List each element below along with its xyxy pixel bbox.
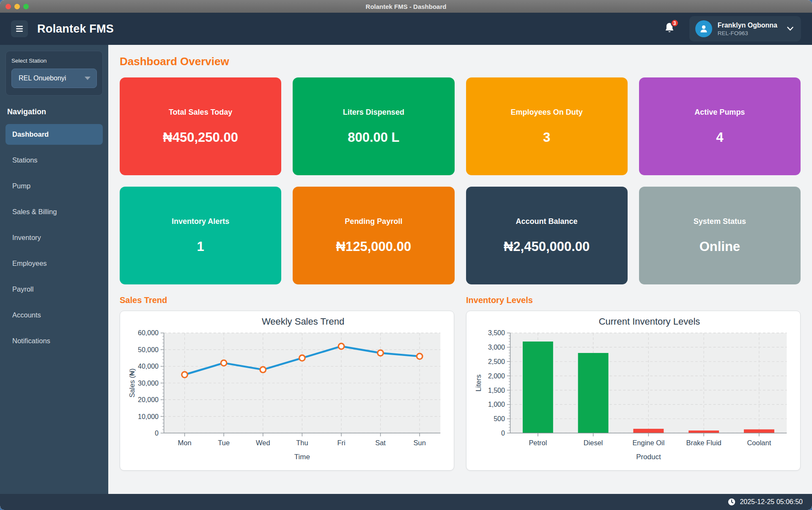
stat-card-value: ₦2,450,000.00 [504,239,590,254]
svg-text:Sales (₦): Sales (₦) [128,369,136,398]
stat-card-title: Account Balance [516,217,578,226]
stat-card-value: Online [700,239,740,254]
station-select-label: Select Station [11,58,97,64]
stat-card-title: System Status [694,217,746,226]
svg-text:Wed: Wed [256,439,270,447]
stat-card-title: Employees On Duty [511,108,583,117]
sidebar-item-notifications[interactable]: Notifications [5,331,103,351]
svg-text:Coolant: Coolant [747,439,771,447]
dropdown-caret-icon [85,77,91,80]
person-icon [699,24,708,33]
titlebar: Rolantek FMS - Dashboard [0,0,812,13]
sidebar-item-pump[interactable]: Pump [5,176,103,196]
svg-text:500: 500 [494,415,505,422]
inventory-chart-title: Current Inventory Levels [466,316,800,327]
svg-text:1,000: 1,000 [488,401,505,408]
svg-text:10,000: 10,000 [138,413,159,420]
sales-section-heading: Sales Trend [120,295,454,305]
window-title: Rolantek FMS - Dashboard [366,3,447,10]
close-window-button[interactable] [5,4,11,9]
stat-card-inventory-alerts: Inventory Alerts1 [120,187,281,284]
stat-card-value: 3 [543,130,550,145]
svg-text:60,000: 60,000 [138,329,159,336]
zoom-window-button[interactable] [23,4,29,9]
svg-text:20,000: 20,000 [138,396,159,403]
stat-card-liters-dispensed: Liters Dispensed800.00 L [293,77,454,175]
stat-card-system-status: System StatusOnline [639,187,801,284]
stat-card-pending-payroll: Pending Payroll₦125,000.00 [293,187,454,284]
svg-text:Tue: Tue [218,439,230,447]
svg-text:Sat: Sat [375,439,386,447]
station-select[interactable]: REL Onuebonyi [11,69,97,88]
svg-text:Mon: Mon [178,439,192,447]
stat-card-account-balance: Account Balance₦2,450,000.00 [466,187,628,284]
app-window: Rolantek FMS - Dashboard Rolantek FMS 3 [0,0,812,510]
station-select-value: REL Onuebonyi [19,74,66,82]
svg-text:30,000: 30,000 [138,380,159,387]
stat-card-title: Liters Dispensed [343,108,404,117]
stat-card-value: ₦450,250.00 [163,130,238,145]
svg-text:Product: Product [636,453,661,461]
stat-card-title: Active Pumps [694,108,745,117]
inventory-levels-chart: 05001,0001,5002,0002,5003,0003,500Petrol… [466,328,800,466]
svg-text:Liters: Liters [475,375,482,391]
stat-card-value: ₦125,000.00 [336,239,411,254]
stat-card-title: Pending Payroll [345,217,402,226]
svg-text:3,500: 3,500 [488,329,505,336]
app-title: Rolantek FMS [37,22,114,36]
svg-text:Time: Time [294,453,310,461]
svg-text:Diesel: Diesel [584,439,603,447]
minimize-window-button[interactable] [14,4,20,9]
stat-card-title: Inventory Alerts [172,217,229,226]
stat-card-value: 1 [197,239,204,254]
svg-text:3,000: 3,000 [488,344,505,351]
svg-text:Fri: Fri [337,439,345,447]
svg-text:Sun: Sun [414,439,426,447]
station-panel: Select Station REL Onuebonyi [5,51,103,96]
clock-icon [728,498,735,506]
svg-text:50,000: 50,000 [138,346,159,353]
notifications-button[interactable]: 3 [664,22,675,36]
stat-card-employees-on-duty: Employees On Duty3 [466,77,628,175]
sidebar-item-employees[interactable]: Employees [5,253,103,274]
svg-text:2,500: 2,500 [488,358,505,365]
nav-heading: Navigation [7,108,101,116]
svg-text:Petrol: Petrol [529,439,547,447]
stat-cards-grid: Total Sales Today₦450,250.00Liters Dispe… [120,77,801,284]
stat-card-value: 4 [716,130,723,145]
stat-card-value: 800.00 L [348,130,399,145]
sidebar-item-inventory[interactable]: Inventory [5,227,103,248]
user-id: REL-FO963 [718,30,777,36]
user-menu[interactable]: Franklyn Ogbonna REL-FO963 [689,16,801,41]
sidebar-item-dashboard[interactable]: Dashboard [5,124,103,145]
chevron-down-icon [787,27,793,31]
page-title: Dashboard Overview [120,55,801,68]
sidebar: Select Station REL Onuebonyi Navigation … [0,45,108,494]
svg-text:1,500: 1,500 [488,387,505,394]
avatar [695,20,712,37]
weekly-sales-trend-svg: 010,00020,00030,00040,00050,00060,000Mon… [120,328,454,464]
notification-badge: 3 [671,19,679,27]
window-controls [5,0,29,13]
svg-text:0: 0 [501,430,505,437]
inventory-section-heading: Inventory Levels [466,295,801,305]
stat-card-total-sales-today: Total Sales Today₦450,250.00 [120,77,281,175]
sales-trend-chart: 010,00020,00030,00040,00050,00060,000Mon… [120,328,454,466]
nav-list: DashboardStationsPumpSales & BillingInve… [5,124,103,351]
stat-card-active-pumps: Active Pumps4 [639,77,801,175]
svg-text:40,000: 40,000 [138,363,159,370]
svg-text:0: 0 [155,430,159,437]
current-inventory-levels-svg: 05001,0001,5002,0002,5003,0003,500Petrol… [466,328,800,464]
svg-text:Brake Fluid: Brake Fluid [686,439,721,447]
sidebar-item-payroll[interactable]: Payroll [5,279,103,300]
app-header: Rolantek FMS 3 Franklyn Ogbonna REL-FO96… [0,13,812,45]
sidebar-item-accounts[interactable]: Accounts [5,305,103,325]
svg-text:Thu: Thu [296,439,308,447]
sidebar-item-stations[interactable]: Stations [5,150,103,171]
sidebar-item-sales-billing[interactable]: Sales & Billing [5,201,103,222]
stat-card-title: Total Sales Today [169,108,232,117]
svg-text:Engine Oil: Engine Oil [632,439,664,447]
svg-text:2,000: 2,000 [488,372,505,380]
user-name: Franklyn Ogbonna [718,21,777,30]
menu-toggle-button[interactable] [11,20,28,37]
